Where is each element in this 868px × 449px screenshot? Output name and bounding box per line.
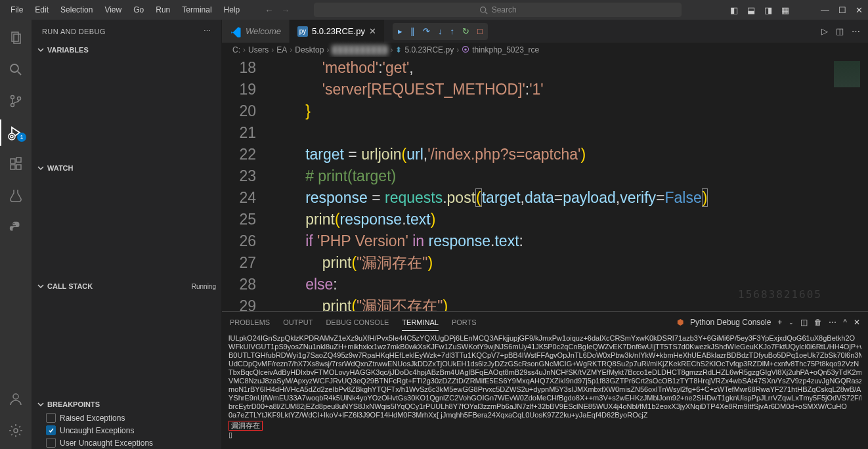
more-icon[interactable]: ⋯ (204, 27, 211, 35)
panel-tab-debug-console[interactable]: DEBUG CONSOLE (326, 314, 389, 330)
svg-rect-13 (11, 165, 15, 169)
activity-testing[interactable] (0, 182, 32, 209)
section-watch[interactable]: WATCH (32, 161, 221, 175)
nav-forward-icon[interactable]: → (281, 5, 290, 15)
activity-search[interactable] (0, 56, 32, 83)
activity-source-control[interactable] (0, 88, 32, 114)
menu-run[interactable]: Run (150, 3, 175, 17)
panel-tab-output[interactable]: OUTPUT (283, 314, 313, 330)
activity-explorer[interactable] (0, 25, 32, 51)
layout-sidebar-right-icon[interactable]: ◨ (764, 5, 772, 15)
svg-rect-14 (16, 165, 21, 169)
section-breakpoints[interactable]: BREAKPOINTS (32, 397, 221, 412)
debug-step-out-icon[interactable]: ↑ (450, 26, 454, 36)
panel-tab-problems[interactable]: PROBLEMS (230, 314, 270, 330)
window-maximize-icon[interactable]: ☐ (838, 5, 846, 15)
menu-edit[interactable]: Edit (30, 3, 54, 17)
tab-label: 5.0.23RCE.py (312, 26, 365, 36)
section-variables[interactable]: VARIABLES (32, 43, 221, 57)
svg-line-1 (485, 11, 487, 13)
svg-point-16 (13, 223, 14, 224)
bc-part[interactable]: C: (232, 45, 240, 54)
minimap[interactable] (829, 57, 868, 311)
nav-back-icon[interactable]: ← (265, 5, 273, 15)
activity-run-debug[interactable]: 1 (0, 119, 32, 146)
watermark: 15683821605 (738, 284, 822, 305)
bp-raised-exceptions[interactable]: Raised Exceptions (32, 412, 221, 424)
checkbox-icon[interactable] (46, 413, 56, 423)
bc-file[interactable]: 5.0.23RCE.py (404, 45, 454, 54)
variables-label: VARIABLES (47, 46, 89, 54)
bp-label: User Uncaught Exceptions (60, 438, 153, 448)
activity-extensions[interactable] (0, 151, 32, 177)
more-terminal-icon[interactable]: ⋯ (829, 318, 836, 327)
bc-blurred: ██████████ (332, 45, 387, 54)
activity-python[interactable] (0, 214, 32, 240)
more-actions-icon[interactable]: ⋯ (852, 26, 860, 36)
terminal-profile-label[interactable]: Python Debug Console (690, 318, 771, 327)
nav-arrows: ← → (265, 5, 290, 15)
line-gutter: 18192021222324252627282930 (222, 57, 272, 311)
split-terminal-icon[interactable]: ◫ (800, 318, 808, 327)
run-icon[interactable]: ▷ (821, 26, 828, 36)
tab-active-file[interactable]: py 5.0.23RCE.py ✕ (290, 20, 385, 43)
menu-view[interactable]: View (99, 3, 127, 17)
section-callstack[interactable]: CALL STACK Running (32, 279, 221, 293)
breadcrumb[interactable]: C:› Users› EA› Desktop› ██████████› ⬍5.0… (222, 43, 868, 57)
terminal-output[interactable]: lULpkO24IGnSzpQklzKPDRAMvZ1eXz9uXfH/Pvx5… (222, 333, 868, 449)
layout-panel-icon[interactable]: ⬓ (747, 5, 755, 15)
layout-sidebar-left-icon[interactable]: ◧ (730, 5, 738, 15)
search-icon (8, 62, 24, 77)
svg-rect-2 (12, 32, 18, 41)
bp-uncaught-exceptions[interactable]: Uncaught Exceptions (32, 424, 221, 437)
title-bar: File Edit Selection View Go Run Terminal… (0, 0, 868, 20)
bc-part[interactable]: Desktop (295, 45, 324, 54)
debug-step-into-icon[interactable]: ↓ (438, 26, 443, 36)
menu-selection[interactable]: Selection (55, 3, 98, 17)
debug-continue-icon[interactable]: ▸ (398, 26, 402, 36)
files-icon (8, 30, 24, 46)
activity-settings[interactable] (0, 417, 32, 444)
debug-pause-icon[interactable]: ‖ (410, 26, 415, 36)
bc-part[interactable]: EA (276, 45, 287, 54)
code-content[interactable]: 'method':'get', 'server[REQUEST_METHOD]'… (272, 57, 868, 311)
bc-symbol[interactable]: thinkphp_5023_rce (472, 45, 539, 54)
tab-welcome[interactable]: Welcome (222, 20, 290, 43)
menu-go[interactable]: Go (128, 3, 149, 17)
maximize-panel-icon[interactable]: ^ (843, 318, 847, 327)
new-terminal-icon[interactable]: + (777, 318, 782, 327)
bp-label: Uncaught Exceptions (60, 426, 134, 435)
debug-stop-icon[interactable]: □ (477, 26, 483, 36)
debug-step-over-icon[interactable]: ↷ (423, 26, 430, 36)
kill-terminal-icon[interactable]: 🗑 (814, 318, 822, 327)
close-icon[interactable]: ✕ (369, 26, 376, 36)
activity-accounts[interactable] (0, 386, 32, 412)
checkbox-checked-icon[interactable] (46, 425, 56, 435)
svg-rect-12 (11, 159, 15, 163)
tab-label: Welcome (246, 26, 281, 36)
title-right-controls: ◧ ⬓ ◨ ▦ — ☐ ✕ (730, 5, 863, 15)
window-close-icon[interactable]: ✕ (856, 5, 863, 15)
layout-customize-icon[interactable]: ▦ (781, 5, 789, 15)
svg-point-18 (14, 429, 18, 433)
checkbox-icon[interactable] (46, 438, 56, 448)
menu-file[interactable]: File (5, 3, 28, 17)
bp-user-uncaught-exceptions[interactable]: User Uncaught Exceptions (32, 437, 221, 449)
close-panel-icon[interactable]: ✕ (854, 318, 860, 327)
panel-actions: ⬢ Python Debug Console + ⌄ ◫ 🗑 ⋯ ^ ✕ (677, 318, 860, 327)
account-icon (8, 391, 24, 407)
command-center-search[interactable]: Search (314, 3, 682, 17)
split-editor-icon[interactable]: ◫ (836, 26, 844, 36)
terminal-dropdown-icon[interactable]: ⌄ (789, 319, 794, 326)
bc-part[interactable]: Users (248, 45, 269, 54)
debug-restart-icon[interactable]: ↻ (462, 26, 469, 36)
gear-icon (8, 423, 24, 438)
svg-point-8 (18, 97, 21, 100)
svg-point-10 (9, 133, 15, 140)
code-editor[interactable]: 18192021222324252627282930 'method':'get… (222, 57, 868, 311)
menu-terminal[interactable]: Terminal (177, 3, 217, 17)
panel-tab-ports[interactable]: PORTS (452, 314, 477, 330)
panel-tab-terminal[interactable]: TERMINAL (402, 314, 439, 331)
window-minimize-icon[interactable]: — (821, 5, 829, 15)
menu-help[interactable]: Help (219, 3, 246, 17)
